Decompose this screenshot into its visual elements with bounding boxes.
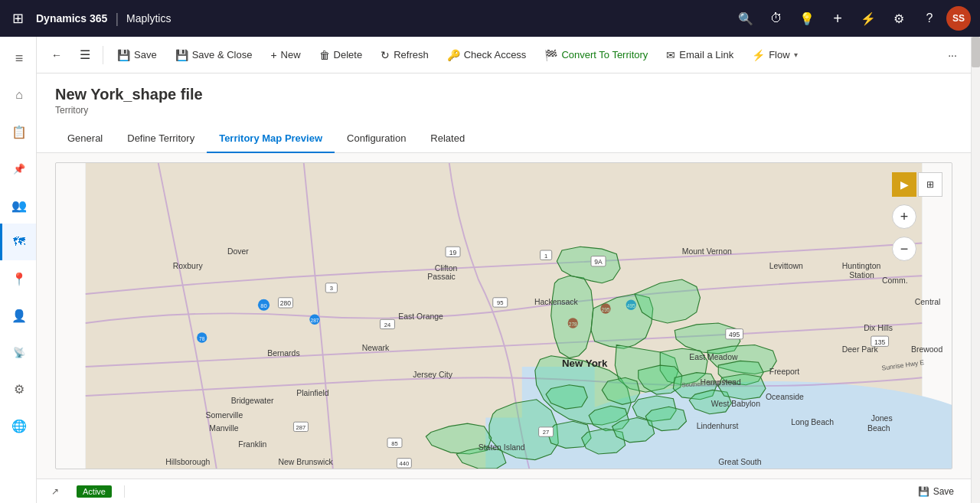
zoom-in-button[interactable]: + <box>892 204 916 229</box>
refresh-button[interactable]: ↻ Refresh <box>373 44 436 66</box>
svg-text:Comm.: Comm. <box>882 276 908 285</box>
search-icon[interactable]: 🔍 <box>732 5 760 32</box>
zoom-out-icon: − <box>900 241 909 257</box>
save-icon: 💾 <box>117 49 130 61</box>
nav-icon-button[interactable]: ☰ <box>74 43 96 67</box>
svg-text:1: 1 <box>544 253 547 260</box>
back-button[interactable]: ← <box>43 41 70 69</box>
email-link-button[interactable]: ✉ Email a Link <box>658 44 741 66</box>
svg-text:Central: Central <box>915 298 941 306</box>
tab-territory-map-preview[interactable]: Territory Map Preview <box>207 125 335 153</box>
svg-text:Dover: Dover <box>227 247 249 256</box>
more-options-button[interactable]: ··· <box>940 43 965 67</box>
grid-menu-icon[interactable]: ⊞ <box>9 7 27 30</box>
svg-text:440: 440 <box>400 460 410 467</box>
scrollbar-thumb[interactable] <box>972 37 980 67</box>
map-panel-button[interactable]: ▶ <box>892 172 916 197</box>
svg-text:Long Beach: Long Beach <box>791 418 834 426</box>
new-icon: + <box>270 49 276 61</box>
tab-configuration[interactable]: Configuration <box>335 125 418 153</box>
map-svg: 80 78 287 278 295 495 <box>56 163 952 469</box>
svg-text:3: 3 <box>330 285 333 292</box>
map-container: 80 78 287 278 295 495 <box>37 153 971 479</box>
svg-text:Freeport: Freeport <box>769 367 800 376</box>
svg-text:Oceanside: Oceanside <box>766 393 804 401</box>
add-icon[interactable]: + <box>824 5 851 32</box>
svg-text:85: 85 <box>391 440 397 447</box>
save-button[interactable]: 💾 Save <box>109 44 165 66</box>
more-icon: ··· <box>948 49 957 61</box>
svg-text:Bridgewater: Bridgewater <box>231 397 274 405</box>
tab-related[interactable]: Related <box>418 125 477 153</box>
sidebar-toggle[interactable]: ≡ <box>0 40 37 77</box>
user-avatar[interactable]: SS <box>946 6 971 31</box>
status-save-button[interactable]: 💾 Save <box>910 483 962 500</box>
flow-button[interactable]: ⚡ Flow ▾ <box>744 44 805 66</box>
svg-text:Mount Vernon: Mount Vernon <box>682 247 732 256</box>
svg-text:East Meadow: East Meadow <box>689 353 738 361</box>
top-navigation: ⊞ Dynamics 365 | Maplytics 🔍 ⏱ 💡 + ⚡ ⚙ ?… <box>0 0 980 37</box>
svg-marker-18 <box>551 276 593 358</box>
svg-text:Plainfield: Plainfield <box>296 389 329 397</box>
page-title: New York_shape file <box>55 86 952 103</box>
save-close-button[interactable]: 💾 Save & Close <box>168 44 260 66</box>
svg-text:Staten Island: Staten Island <box>479 443 525 452</box>
delete-button[interactable]: 🗑 Delete <box>312 44 371 66</box>
refresh-icon: ↻ <box>381 49 390 61</box>
email-icon: ✉ <box>666 49 675 61</box>
page-content: ← ☰ 💾 Save 💾 Save & Close + New 🗑 Delete… <box>37 37 971 503</box>
svg-text:80: 80 <box>260 302 266 309</box>
svg-text:9A: 9A <box>594 258 603 266</box>
sidebar-item-home[interactable]: ⌂ <box>0 77 37 113</box>
map-frame[interactable]: 80 78 287 278 295 495 <box>55 162 952 469</box>
sidebar-item-contacts[interactable]: 👥 <box>0 187 37 224</box>
save-close-icon: 💾 <box>175 49 188 61</box>
brand-d365-label: Dynamics 365 <box>36 12 107 24</box>
activity-icon[interactable]: ⏱ <box>763 5 790 32</box>
svg-text:Hackensack: Hackensack <box>534 298 579 306</box>
sidebar-item-map[interactable]: 🗺 <box>0 224 37 260</box>
svg-text:27: 27 <box>543 429 549 436</box>
right-scrollbar[interactable] <box>971 37 980 503</box>
sidebar-item-location[interactable]: 📡 <box>0 334 37 371</box>
svg-text:Brewood: Brewood <box>911 345 942 354</box>
delete-icon: 🗑 <box>319 49 330 61</box>
svg-text:Lindenhurst: Lindenhurst <box>697 422 739 430</box>
svg-text:Bernards: Bernards <box>267 349 299 358</box>
svg-text:East Orange: East Orange <box>398 312 443 321</box>
new-button[interactable]: + New <box>263 44 308 66</box>
svg-text:Huntington: Huntington <box>842 262 881 270</box>
status-bar: ↗ Active 💾 Save <box>37 479 971 503</box>
main-wrapper: ≡ ⌂ 📋 📌 👥 🗺 📍 👤 📡 ⚙ 🌐 ← ☰ 💾 Save 💾 Save … <box>0 37 980 503</box>
tab-general[interactable]: General <box>55 125 115 153</box>
filter-icon[interactable]: ⚡ <box>854 5 882 32</box>
flow-chevron-icon: ▾ <box>794 51 798 59</box>
help-icon[interactable]: ? <box>916 5 943 32</box>
brand-separator: | <box>115 11 119 27</box>
svg-text:Levittown: Levittown <box>769 262 803 270</box>
zoom-out-button[interactable]: − <box>892 237 916 261</box>
open-record-button[interactable]: ↗ <box>46 482 64 501</box>
svg-text:Great South: Great South <box>718 458 761 466</box>
map-controls: ▶ ⊞ + − <box>892 172 942 261</box>
svg-text:Dix Hills: Dix Hills <box>864 324 893 332</box>
settings-icon[interactable]: ⚙ <box>885 5 913 32</box>
bulb-icon[interactable]: 💡 <box>793 5 821 32</box>
svg-text:Hillsborough: Hillsborough <box>165 458 210 466</box>
svg-text:24: 24 <box>384 322 390 328</box>
svg-text:95: 95 <box>497 299 503 306</box>
sidebar-item-recent[interactable]: 📋 <box>0 113 37 150</box>
tab-define-territory[interactable]: Define Territory <box>115 125 207 153</box>
convert-territory-button[interactable]: 🏁 Convert To Territory <box>537 44 655 66</box>
sidebar-item-people[interactable]: 👤 <box>0 297 37 334</box>
check-access-button[interactable]: 🔑 Check Access <box>439 44 534 66</box>
svg-text:Station: Station <box>849 271 874 279</box>
map-layer-button[interactable]: ⊞ <box>918 172 942 197</box>
sidebar-item-globe[interactable]: 🌐 <box>0 407 37 444</box>
sidebar-item-settings2[interactable]: ⚙ <box>0 371 37 407</box>
left-sidebar: ≡ ⌂ 📋 📌 👥 🗺 📍 👤 📡 ⚙ 🌐 <box>0 37 37 503</box>
sidebar-item-territory[interactable]: 📍 <box>0 260 37 297</box>
sidebar-item-pinned[interactable]: 📌 <box>0 150 37 187</box>
svg-text:78: 78 <box>199 336 205 341</box>
svg-text:Newark: Newark <box>362 344 390 352</box>
